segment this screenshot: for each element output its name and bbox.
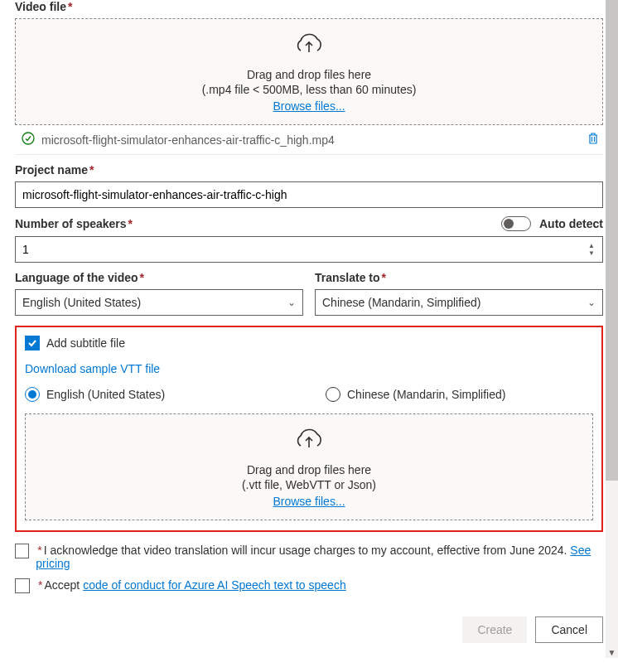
speakers-label: Number of speakers* (15, 217, 133, 230)
chevron-down-icon: ⌄ (287, 297, 296, 308)
language-video-label: Language of the video* (15, 271, 303, 284)
project-name-input[interactable] (15, 181, 603, 208)
subtitle-section: Add subtitle file Download sample VTT fi… (15, 326, 603, 532)
dropzone-sub: (.mp4 file < 500MB, less than 60 minutes… (16, 83, 602, 96)
uploaded-file-name: microsoft-flight-simulator-enhances-air-… (41, 133, 587, 147)
download-sample-vtt-link[interactable]: Download sample VTT file (25, 362, 160, 375)
vertical-scrollbar[interactable]: ▼ (606, 0, 618, 658)
cloud-upload-icon (16, 32, 602, 60)
ack-usage-checkbox[interactable] (15, 544, 29, 558)
subtitle-browse-link[interactable]: Browse files... (273, 495, 345, 508)
translate-to-select[interactable]: Chinese (Mandarin, Simplified) ⌄ (315, 289, 603, 316)
auto-detect-label: Auto detect (539, 217, 603, 230)
add-subtitle-label: Add subtitle file (46, 336, 125, 350)
translate-to-label: Translate to* (315, 271, 603, 284)
uploaded-file-row: microsoft-flight-simulator-enhances-air-… (15, 125, 603, 155)
cancel-button[interactable]: Cancel (535, 616, 603, 643)
subtitle-dropzone[interactable]: Drag and drop files here (.vtt file, Web… (25, 413, 593, 520)
subtitle-dropzone-sub: (.vtt file, WebVTT or Json) (26, 478, 592, 491)
auto-detect-toggle[interactable] (501, 216, 531, 231)
check-circle-icon (22, 132, 35, 147)
video-file-dropzone[interactable]: Drag and drop files here (.mp4 file < 50… (15, 18, 603, 125)
create-button[interactable]: Create (462, 616, 527, 643)
subtitle-lang-zh-label: Chinese (Mandarin, Simplified) (347, 388, 505, 401)
video-file-label: Video file* (15, 0, 603, 13)
scroll-down-icon[interactable]: ▼ (608, 646, 616, 658)
project-name-label: Project name* (15, 163, 603, 176)
chevron-down-icon: ⌄ (587, 297, 596, 308)
add-subtitle-checkbox[interactable] (25, 336, 40, 351)
subtitle-dropzone-text: Drag and drop files here (26, 463, 592, 476)
subtitle-lang-en-label: English (United States) (46, 388, 165, 401)
subtitle-lang-en-radio[interactable] (25, 387, 40, 402)
code-of-conduct-link[interactable]: code of conduct for Azure AI Speech text… (83, 578, 346, 592)
dropzone-text: Drag and drop files here (16, 68, 602, 81)
chevron-up-icon[interactable]: ▲ (588, 242, 600, 249)
cloud-upload-icon (26, 428, 592, 455)
language-video-select[interactable]: English (United States) ⌄ (15, 289, 303, 316)
accept-conduct-text: *Accept code of conduct for Azure AI Spe… (36, 578, 346, 592)
delete-file-button[interactable] (587, 132, 600, 147)
spinner-arrows[interactable]: ▲ ▼ (588, 236, 600, 263)
svg-point-0 (22, 133, 34, 144)
speakers-input[interactable] (15, 236, 603, 263)
ack-usage-text: *I acknowledge that video translation wi… (36, 544, 603, 570)
browse-files-link[interactable]: Browse files... (273, 99, 345, 113)
chevron-down-icon[interactable]: ▼ (588, 249, 600, 257)
subtitle-lang-zh-radio[interactable] (326, 387, 340, 402)
accept-conduct-checkbox[interactable] (15, 578, 30, 593)
